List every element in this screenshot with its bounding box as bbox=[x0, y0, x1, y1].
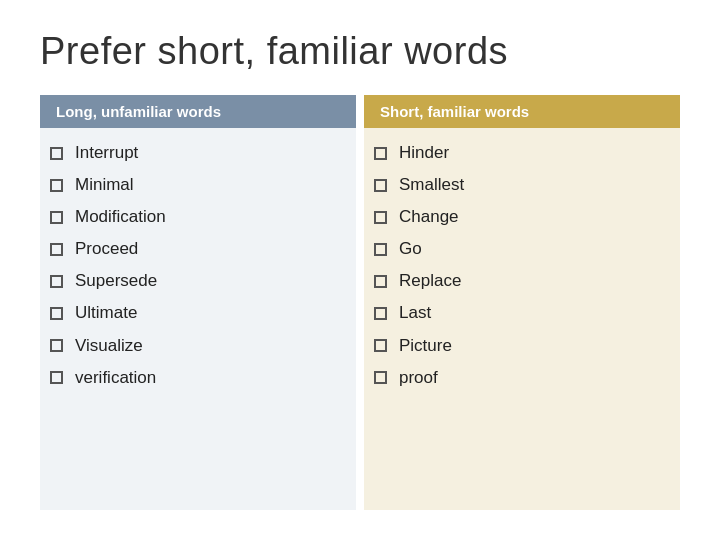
list-item: Supersede bbox=[50, 270, 340, 292]
bullet-checkbox-icon bbox=[374, 211, 387, 224]
bullet-checkbox-icon bbox=[50, 147, 63, 160]
list-item: proof bbox=[374, 367, 664, 389]
list-item-text: Proceed bbox=[75, 238, 138, 260]
bullet-checkbox-icon bbox=[50, 275, 63, 288]
bullet-checkbox-icon bbox=[374, 307, 387, 320]
list-item: Proceed bbox=[50, 238, 340, 260]
list-item: Minimal bbox=[50, 174, 340, 196]
list-item-text: Modification bbox=[75, 206, 166, 228]
list-item-text: Hinder bbox=[399, 142, 449, 164]
right-column-header: Short, familiar words bbox=[364, 95, 680, 128]
right-column: Short, familiar words HinderSmallestChan… bbox=[364, 95, 680, 510]
list-item-text: Replace bbox=[399, 270, 461, 292]
list-item-text: verification bbox=[75, 367, 156, 389]
list-item: Smallest bbox=[374, 174, 664, 196]
list-item-text: Smallest bbox=[399, 174, 464, 196]
right-word-list: HinderSmallestChangeGoReplaceLastPicture… bbox=[374, 142, 664, 389]
bullet-checkbox-icon bbox=[50, 211, 63, 224]
bullet-checkbox-icon bbox=[374, 275, 387, 288]
list-item: Hinder bbox=[374, 142, 664, 164]
left-word-list: InterruptMinimalModificationProceedSuper… bbox=[50, 142, 340, 389]
comparison-table: Long, unfamiliar words InterruptMinimalM… bbox=[40, 95, 680, 510]
slide-page: Prefer short, familiar words Long, unfam… bbox=[0, 0, 720, 540]
list-item: Replace bbox=[374, 270, 664, 292]
list-item: verification bbox=[50, 367, 340, 389]
bullet-checkbox-icon bbox=[50, 179, 63, 192]
list-item: Last bbox=[374, 302, 664, 324]
list-item: Modification bbox=[50, 206, 340, 228]
list-item-text: Visualize bbox=[75, 335, 143, 357]
list-item: Visualize bbox=[50, 335, 340, 357]
left-column-body: InterruptMinimalModificationProceedSuper… bbox=[40, 128, 356, 510]
bullet-checkbox-icon bbox=[374, 371, 387, 384]
slide-title: Prefer short, familiar words bbox=[40, 30, 680, 73]
list-item: Ultimate bbox=[50, 302, 340, 324]
bullet-checkbox-icon bbox=[374, 243, 387, 256]
bullet-checkbox-icon bbox=[50, 243, 63, 256]
list-item-text: Go bbox=[399, 238, 422, 260]
bullet-checkbox-icon bbox=[374, 147, 387, 160]
list-item-text: Picture bbox=[399, 335, 452, 357]
left-column: Long, unfamiliar words InterruptMinimalM… bbox=[40, 95, 356, 510]
list-item-text: Last bbox=[399, 302, 431, 324]
list-item-text: Supersede bbox=[75, 270, 157, 292]
list-item-text: Ultimate bbox=[75, 302, 137, 324]
list-item: Interrupt bbox=[50, 142, 340, 164]
bullet-checkbox-icon bbox=[374, 339, 387, 352]
right-column-body: HinderSmallestChangeGoReplaceLastPicture… bbox=[364, 128, 680, 510]
list-item-text: Change bbox=[399, 206, 459, 228]
list-item: Go bbox=[374, 238, 664, 260]
bullet-checkbox-icon bbox=[50, 339, 63, 352]
list-item-text: Interrupt bbox=[75, 142, 138, 164]
left-column-header: Long, unfamiliar words bbox=[40, 95, 356, 128]
list-item-text: Minimal bbox=[75, 174, 134, 196]
list-item-text: proof bbox=[399, 367, 438, 389]
list-item: Picture bbox=[374, 335, 664, 357]
bullet-checkbox-icon bbox=[50, 307, 63, 320]
list-item: Change bbox=[374, 206, 664, 228]
bullet-checkbox-icon bbox=[374, 179, 387, 192]
bullet-checkbox-icon bbox=[50, 371, 63, 384]
